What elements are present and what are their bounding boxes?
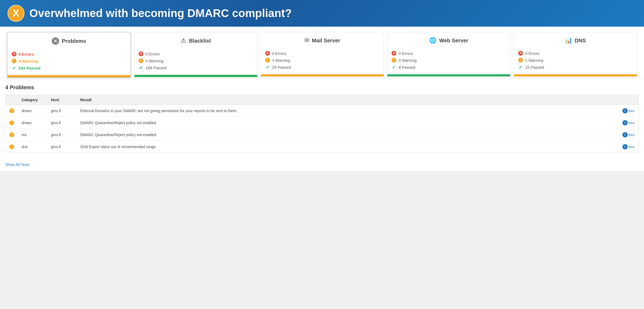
more-label: Mor [629,109,635,113]
card-mail-server-passed-row: ✔ 29 Passed [265,64,380,71]
card-blacklist-passed-label: 189 Passed [146,66,167,70]
banner-x-icon: X [7,5,25,22]
col-icon-header [6,95,18,105]
dns-error-icon: ✕ [518,51,523,56]
row-more-cell[interactable]: i Mor [617,129,638,141]
row-host-cell: gmx.fr [47,117,77,129]
row-host-cell: gmx.fr [47,141,77,153]
card-blacklist-errors-row: ✕ 0 Errors [139,50,253,57]
card-blacklist-warning-label: 0 Warning [146,59,164,63]
card-mail-server-warning-row: ! 3 Warning [265,57,380,64]
banner-x-label: X [13,8,19,19]
card-web-server-body: ✕ 0 Errors ! 0 Warning ✔ 8 Passed [387,48,510,74]
card-dns-footer [514,74,637,76]
web-warning-icon: ! [392,58,396,63]
row-result-cell: External Domains in your DMARC are not g… [77,105,617,117]
row-category-cell: dmarc [18,117,47,129]
card-mail-server-footer [261,74,384,76]
more-label: Mor [629,145,635,149]
card-web-server[interactable]: 🌐 Web Server ✕ 0 Errors ! 0 Warning ✔ 8 … [387,32,510,78]
row-more-cell[interactable]: i Mor [617,105,638,117]
card-problems-passed-row: ✔ 241 Passed [12,64,126,71]
row-warning-icon: ! [9,120,14,125]
card-dns-errors-row: ✕ 0 Errors [518,50,633,57]
card-mail-server[interactable]: ✉ Mail Server ✕ 0 Errors ! 3 Warning ✔ 2… [261,32,384,78]
table-row: ! dns gmx.fr SOA Expire Value out of rec… [6,141,638,153]
more-button[interactable]: i Mor [622,132,635,137]
blacklist-error-icon: ✕ [139,51,143,56]
web-server-icon: 🌐 [429,37,436,44]
row-category-cell: dmarc [18,105,47,117]
banner: X Overwhelmed with becoming DMARC compli… [0,0,644,27]
info-icon: i [622,108,628,113]
card-dns-warning-row: ! 1 Warning [518,57,633,64]
card-problems-errors-row: ✕ 0 Errors [12,51,126,58]
card-blacklist-warning-row: ! 0 Warning [139,57,253,64]
card-blacklist-body: ✕ 0 Errors ! 0 Warning ✔ 189 Passed [134,48,257,75]
problems-title: 4 Problems [5,84,639,91]
row-icon-cell: ! [6,129,18,141]
row-more-cell[interactable]: i Mor [617,117,638,129]
card-mail-server-title: Mail Server [312,38,340,44]
card-problems-warning-label: 4 Warning [19,59,38,63]
card-problems-footer [7,75,130,77]
card-dns[interactable]: 📊 DNS ✕ 0 Errors ! 1 Warning ✔ 15 Passed [514,32,637,78]
more-button[interactable]: i Mor [622,144,635,149]
info-icon: i [622,144,628,149]
col-category-header: Category [18,95,47,105]
dns-passed-icon: ✔ [518,65,523,70]
card-mail-server-header: ✉ Mail Server [261,32,384,48]
row-result-cell: DMARC Quarantine/Reject policy not enabl… [77,129,617,141]
card-web-server-title: Web Server [439,38,468,44]
show-all-link[interactable]: Show All Tests [5,162,29,167]
card-web-server-warning-row: ! 0 Warning [392,57,506,64]
more-label: Mor [629,133,635,137]
table-row: ! dmarc gmx.fr External Domains in your … [6,105,638,117]
more-button[interactable]: i Mor [622,120,635,125]
row-icon-cell: ! [6,105,18,117]
row-result-cell: SOA Expire Value out of recommended rang… [77,141,617,153]
card-web-server-passed-label: 8 Passed [399,65,415,70]
banner-title: Overwhelmed with becoming DMARC complian… [29,7,292,19]
col-result-header: Result [77,95,617,105]
mail-server-icon: ✉ [304,37,309,44]
row-warning-icon: ! [9,108,14,113]
warning-icon: ! [12,59,17,63]
card-web-server-footer [387,74,510,76]
mail-error-icon: ✕ [265,51,270,56]
card-web-server-header: 🌐 Web Server [387,32,510,48]
table-row: ! dmarc gmx.fr DMARC Quarantine/Reject p… [6,117,638,129]
passed-icon: ✔ [12,66,17,70]
mail-passed-icon: ✔ [265,65,270,70]
card-dns-title: DNS [575,38,586,44]
card-dns-warning-label: 1 Warning [525,58,543,63]
row-more-cell[interactable]: i Mor [617,141,638,153]
card-problems[interactable]: ✕ Problems ✕ 0 Errors ! 4 Warning ✔ 241 … [7,32,131,78]
row-category-cell: mx [18,129,47,141]
row-warning-icon: ! [9,132,14,137]
web-passed-icon: ✔ [392,65,396,70]
row-result-cell: DMARC Quarantine/Reject policy not enabl… [77,117,617,129]
card-blacklist[interactable]: ⚠ Blacklist ✕ 0 Errors ! 0 Warning ✔ 189… [134,32,257,78]
info-icon: i [622,120,628,125]
dns-icon: 📊 [565,37,572,44]
card-mail-server-warning-label: 3 Warning [272,58,290,63]
row-warning-icon: ! [9,144,14,149]
card-blacklist-passed-row: ✔ 189 Passed [139,64,253,71]
card-blacklist-footer [134,75,257,77]
card-problems-passed-label: 241 Passed [19,66,41,70]
card-problems-title: Problems [62,38,86,44]
card-web-server-errors-label: 0 Errors [399,51,413,56]
card-blacklist-title: Blacklist [189,38,211,44]
card-mail-server-errors-label: 0 Errors [272,51,286,56]
col-more-header [617,95,638,105]
more-label: Mor [629,121,635,125]
mail-warning-icon: ! [265,58,270,63]
card-dns-passed-row: ✔ 15 Passed [518,64,633,71]
card-dns-errors-label: 0 Errors [525,51,539,56]
card-dns-passed-label: 15 Passed [525,65,544,70]
card-problems-header: ✕ Problems [7,32,130,48]
card-mail-server-passed-label: 29 Passed [272,65,291,70]
more-button[interactable]: i Mor [622,108,635,113]
card-problems-warning-row: ! 4 Warning [12,58,126,64]
